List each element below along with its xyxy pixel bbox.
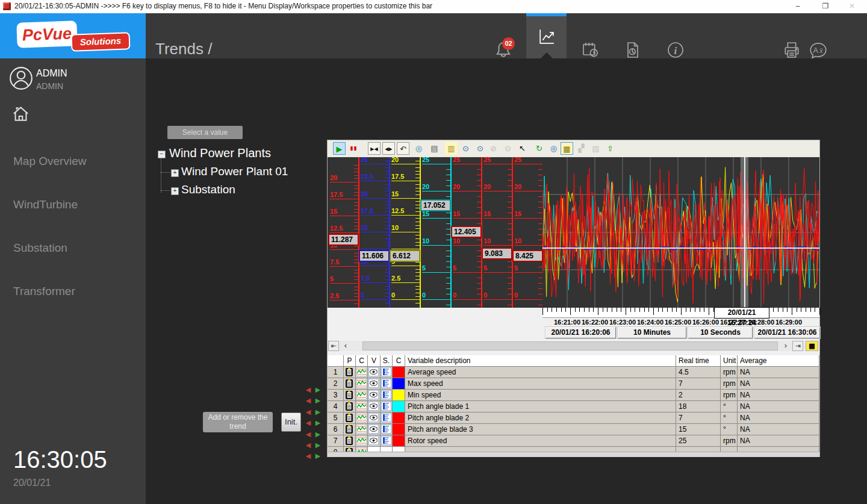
scroll-to-end-button[interactable]: ⇥	[792, 341, 803, 351]
trend-plot[interactable]	[542, 157, 819, 308]
move-right-arrow[interactable]: ►	[314, 419, 322, 426]
pause-icon[interactable]: ▮▮	[347, 142, 360, 155]
table-row[interactable]: 2Max speed7rpmNA	[328, 378, 819, 390]
curve-icon[interactable]	[356, 378, 368, 390]
parameters-icon[interactable]	[344, 424, 356, 435]
parameters-icon[interactable]	[344, 401, 356, 412]
variable-description-cell[interactable]: Max speed	[405, 378, 676, 390]
curve-icon[interactable]	[356, 390, 368, 401]
value-axis-7[interactable]: 2520151050	[512, 157, 544, 308]
value-axis-3[interactable]: 2017.51512.51052.50	[389, 157, 421, 308]
init-button[interactable]: Init.	[281, 412, 301, 432]
move-right-arrow[interactable]: ►	[314, 386, 322, 393]
scale-icon[interactable]	[381, 412, 393, 424]
column-header[interactable]: Unit	[721, 355, 738, 367]
scale-icon[interactable]	[381, 401, 393, 412]
sidebar-item-transformer[interactable]: Transformer	[13, 285, 75, 298]
value-axis-4[interactable]: 2520151050	[420, 157, 452, 308]
curve-icon[interactable]	[356, 424, 368, 435]
print-trend-icon[interactable]: ▤	[428, 142, 441, 155]
color-swatch[interactable]	[393, 390, 405, 401]
visibility-icon[interactable]	[368, 378, 381, 390]
move-right-arrow[interactable]: ►	[314, 441, 322, 449]
range-start-box[interactable]: 20/01/21 16:20:06	[545, 327, 616, 338]
color-swatch[interactable]	[393, 401, 405, 412]
variable-description-cell[interactable]: Average speed	[405, 367, 676, 378]
color-swatch[interactable]	[393, 424, 405, 435]
column-header[interactable]: P	[344, 355, 356, 367]
column-header[interactable]: C	[356, 355, 368, 367]
tree-expand-box[interactable]: +	[171, 187, 179, 195]
tree-collapse-box[interactable]: −	[158, 151, 166, 158]
restore-button[interactable]: ❐	[816, 0, 834, 13]
scale-icon[interactable]	[381, 435, 393, 447]
avatar[interactable]	[8, 66, 34, 93]
table-row[interactable]: 5Pitch angle blade 27°NA	[328, 412, 819, 424]
column-header[interactable]: Average	[738, 355, 819, 367]
sidebar-item-substation[interactable]: Substation	[13, 241, 67, 255]
tree-expand-box[interactable]: +	[171, 169, 179, 177]
home-icon[interactable]	[11, 104, 31, 126]
table-row[interactable]: 6Pitch anngle blade 315°NA	[328, 424, 819, 435]
value-axis-2[interactable]: 2522.52017.515107.55	[358, 157, 390, 308]
column-header[interactable]: Variable description	[405, 355, 676, 367]
curve-icon[interactable]	[356, 367, 368, 378]
visibility-icon[interactable]	[368, 367, 381, 378]
print-icon[interactable]	[782, 40, 801, 60]
scrollbar-thumb[interactable]	[362, 341, 778, 350]
info-icon[interactable]: i	[666, 40, 685, 60]
scale-icon[interactable]	[381, 367, 393, 378]
variable-description-cell[interactable]: Pitch angle blade 2	[405, 412, 676, 424]
export-data-icon[interactable]: ⇧	[604, 142, 617, 155]
move-left-arrow[interactable]: ◄	[304, 441, 312, 449]
variable-description-cell[interactable]: Rotor speed	[405, 435, 676, 447]
variable-description-cell[interactable]: Min speed	[405, 390, 676, 401]
time-ruler[interactable]	[542, 308, 819, 318]
table-bottom-scrollbar[interactable]	[328, 452, 819, 457]
scroll-forward-button[interactable]: ›	[780, 341, 791, 351]
scale-icon[interactable]	[381, 378, 393, 390]
parameters-icon[interactable]	[344, 435, 356, 447]
move-left-arrow[interactable]: ◄	[304, 452, 312, 459]
column-header[interactable]	[328, 355, 344, 367]
scale-icon[interactable]	[381, 390, 393, 401]
column-header[interactable]: Real time	[676, 355, 721, 367]
visibility-icon[interactable]	[368, 412, 381, 424]
minimize-button[interactable]: –	[789, 0, 807, 13]
cursor-time-box[interactable]: 20/01/21 16:27:24	[714, 307, 769, 319]
visibility-icon[interactable]	[368, 401, 381, 412]
tab-trends[interactable]	[526, 13, 567, 58]
table-row[interactable]: 3Min speed2rpmNA	[328, 390, 819, 401]
tree-node-root[interactable]: Wind Power Plants	[169, 146, 271, 160]
move-left-arrow[interactable]: ◄	[304, 397, 312, 404]
undo-scale-icon[interactable]: ↶	[397, 142, 409, 155]
range-interval-box[interactable]: 10 Seconds	[688, 327, 753, 338]
color-swatch[interactable]	[393, 378, 405, 390]
select-a-value-button[interactable]: Select a value	[167, 126, 243, 139]
table-row[interactable]: 1Average speed4.5rpmNA	[328, 367, 819, 378]
color-swatch[interactable]	[393, 412, 405, 424]
move-left-arrow[interactable]: ◄	[304, 419, 312, 426]
column-header[interactable]: C	[393, 355, 405, 367]
table-row[interactable]: 4Pitch angle blade 118°NA	[328, 401, 819, 412]
range-span-box[interactable]: 10 Minutes	[618, 327, 686, 338]
play-icon[interactable]: ▶	[333, 142, 346, 155]
time-config-icon[interactable]: ◎	[547, 142, 560, 155]
curve-icon[interactable]	[356, 401, 368, 412]
scheduler-icon[interactable]	[581, 40, 600, 60]
variable-description-cell[interactable]: Pitch angle blade 1	[405, 401, 676, 412]
parameters-icon[interactable]	[344, 378, 356, 390]
scroll-back-button[interactable]: ‹	[340, 341, 351, 351]
visibility-icon[interactable]	[368, 424, 381, 435]
curve-icon[interactable]	[356, 412, 368, 424]
zoom-area-icon[interactable]: ⊙	[459, 142, 472, 155]
move-right-arrow[interactable]: ►	[314, 408, 322, 415]
visibility-icon[interactable]	[368, 390, 381, 401]
sidebar-item-windturbine[interactable]: WindTurbine	[13, 198, 78, 211]
web-source-icon[interactable]: ◎	[412, 142, 425, 155]
report-icon[interactable]	[623, 40, 642, 60]
close-button[interactable]: ✕	[843, 0, 861, 13]
value-axis-6[interactable]: 2520151050	[481, 157, 513, 308]
parameters-icon[interactable]	[344, 390, 356, 401]
sidebar-item-map-overview[interactable]: Map Overview	[13, 155, 86, 168]
